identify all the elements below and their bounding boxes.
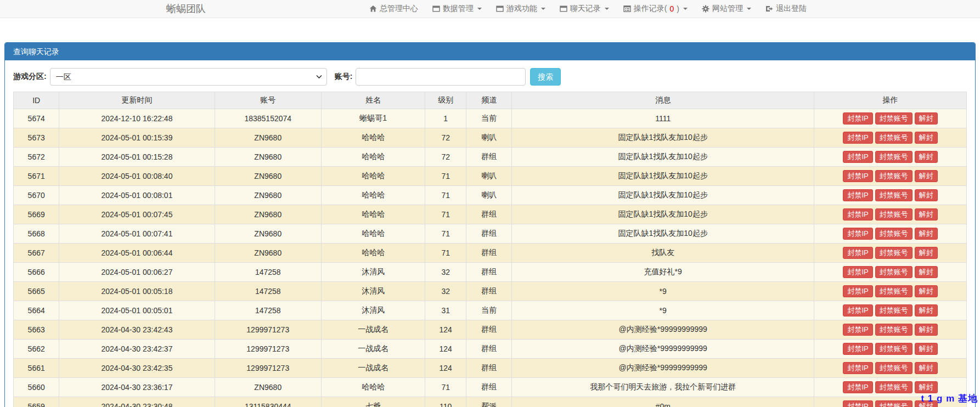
ban-ip-button[interactable]: 封禁IP (843, 381, 872, 393)
cell-time: 2024-05-01 00:15:39 (59, 128, 215, 148)
cell-level: 72 (425, 128, 466, 148)
ban-account-button[interactable]: 封禁账号 (875, 285, 913, 297)
panel-title: 查询聊天记录 (5, 43, 975, 60)
ban-account-button[interactable]: 封禁账号 (875, 343, 913, 355)
ban-ip-button[interactable]: 封禁IP (843, 400, 872, 407)
ban-ip-button[interactable]: 封禁IP (843, 228, 872, 240)
ban-ip-button[interactable]: 封禁IP (843, 247, 872, 259)
unban-button[interactable]: 解封 (915, 381, 938, 393)
cell-channel: 群组 (466, 263, 512, 282)
unban-button[interactable]: 解封 (915, 112, 938, 125)
nav-item-admin-center[interactable]: 总管理中心 (362, 4, 425, 14)
ban-ip-button[interactable]: 封禁IP (843, 189, 872, 201)
ban-ip-button[interactable]: 封禁IP (843, 208, 872, 221)
ban-account-button[interactable]: 封禁账号 (875, 247, 913, 259)
nav-item-data-manage[interactable]: 数据管理 (425, 4, 489, 14)
ban-account-button[interactable]: 封禁账号 (875, 170, 913, 182)
account-input[interactable] (356, 68, 526, 86)
unban-button[interactable]: 解封 (915, 228, 938, 240)
cell-actions: 封禁IP封禁账号解封 (814, 263, 967, 282)
brand[interactable]: 蜥蜴团队 (166, 2, 206, 15)
cell-account: 147258 (215, 282, 322, 301)
cell-message: 找队友 (512, 244, 814, 263)
ban-ip-button[interactable]: 封禁IP (843, 362, 872, 374)
cell-id: 5669 (14, 205, 59, 224)
cell-account: ZN9680 (215, 205, 322, 224)
unban-button[interactable]: 解封 (915, 266, 938, 278)
nav-item-logout[interactable]: 退出登陆 (758, 4, 814, 14)
ban-ip-button[interactable]: 封禁IP (843, 343, 872, 355)
unban-button[interactable]: 解封 (915, 343, 938, 355)
nav-item-site-manage[interactable]: 网站管理 (695, 4, 758, 14)
cell-message: #0m (512, 397, 814, 407)
ban-ip-button[interactable]: 封禁IP (843, 285, 872, 297)
ban-ip-button[interactable]: 封禁IP (843, 170, 872, 182)
cell-name: 哈哈哈 (322, 167, 425, 186)
cell-level: 71 (425, 167, 466, 186)
ban-account-button[interactable]: 封禁账号 (875, 228, 913, 240)
window-icon (496, 5, 504, 13)
nav-item-label: 总管理中心 (380, 4, 418, 14)
unban-button[interactable]: 解封 (915, 132, 938, 144)
ban-account-button[interactable]: 封禁账号 (875, 132, 913, 144)
cell-name: 蜥蜴哥1 (322, 109, 425, 128)
unban-button[interactable]: 解封 (915, 208, 938, 221)
ban-ip-button[interactable]: 封禁IP (843, 266, 872, 278)
ban-account-button[interactable]: 封禁账号 (875, 304, 913, 316)
cell-account: ZN9680 (215, 148, 322, 167)
caret-down-icon (605, 8, 609, 10)
unban-button[interactable]: 解封 (915, 285, 938, 297)
ban-ip-button[interactable]: 封禁IP (843, 324, 872, 336)
ban-ip-button[interactable]: 封禁IP (843, 304, 872, 316)
cell-name: 哈哈哈 (322, 186, 425, 205)
unban-button[interactable]: 解封 (915, 189, 938, 201)
ban-account-button[interactable]: 封禁账号 (875, 112, 913, 125)
cell-time: 2024-05-01 00:06:44 (59, 244, 215, 263)
unban-button[interactable]: 解封 (915, 362, 938, 374)
cell-channel: 当前 (466, 109, 512, 128)
cell-channel: 群组 (466, 282, 512, 301)
table-row: 56592024-04-30 23:30:4813115830444七爺110帮… (14, 397, 967, 407)
ban-account-button[interactable]: 封禁账号 (875, 362, 913, 374)
cell-actions: 封禁IP封禁账号解封 (814, 167, 967, 186)
ban-account-button[interactable]: 封禁账号 (875, 189, 913, 201)
zone-select[interactable]: 一区 (50, 68, 327, 86)
cell-channel: 群组 (466, 244, 512, 263)
unban-button[interactable]: 解封 (915, 170, 938, 182)
ban-account-button[interactable]: 封禁账号 (875, 400, 913, 407)
search-button[interactable]: 搜索 (530, 68, 561, 86)
table-header-row: ID更新时间账号姓名级别频道消息操作 (14, 92, 967, 109)
unban-button[interactable]: 解封 (915, 151, 938, 163)
cell-time: 2024-04-30 23:42:35 (59, 359, 215, 378)
ban-account-button[interactable]: 封禁账号 (875, 208, 913, 221)
cell-channel: 群组 (466, 224, 512, 244)
ban-ip-button[interactable]: 封禁IP (843, 151, 872, 163)
nav-item-game-features[interactable]: 游戏功能 (489, 4, 553, 14)
table-row: 56702024-05-01 00:08:01ZN9680哈哈哈71喇叭固定队缺… (14, 186, 967, 205)
cell-name: 哈哈哈 (322, 205, 425, 224)
unban-button[interactable]: 解封 (915, 304, 938, 316)
unban-button[interactable]: 解封 (915, 324, 938, 336)
column-header-actions: 操作 (814, 92, 967, 109)
cell-channel: 当前 (466, 301, 512, 320)
cell-level: 71 (425, 205, 466, 224)
ban-account-button[interactable]: 封禁账号 (875, 266, 913, 278)
nav-item-operation-log[interactable]: 操作记录(0) (616, 4, 695, 14)
cell-message: 我那个哥们明天去旅游，我拉个新哥们进群 (512, 378, 814, 397)
nav-item-chat-records[interactable]: 聊天记录 (553, 4, 616, 14)
ban-ip-button[interactable]: 封禁IP (843, 112, 872, 125)
cell-id: 5671 (14, 167, 59, 186)
ban-account-button[interactable]: 封禁账号 (875, 381, 913, 393)
ban-ip-button[interactable]: 封禁IP (843, 132, 872, 144)
table-row: 56632024-04-30 23:42:431299971273一战成名124… (14, 320, 967, 340)
cell-level: 124 (425, 340, 466, 359)
ban-account-button[interactable]: 封禁账号 (875, 151, 913, 163)
cell-account: ZN9680 (215, 378, 322, 397)
unban-button[interactable]: 解封 (915, 247, 938, 259)
column-header-time: 更新时间 (59, 92, 215, 109)
cell-id: 5674 (14, 109, 59, 128)
nav-item-label-suffix: ) (677, 4, 679, 13)
cell-message: @内测经验*99999999999 (512, 340, 814, 359)
table-row: 56662024-05-01 00:06:27147258沐清风32群组充值好礼… (14, 263, 967, 282)
ban-account-button[interactable]: 封禁账号 (875, 324, 913, 336)
